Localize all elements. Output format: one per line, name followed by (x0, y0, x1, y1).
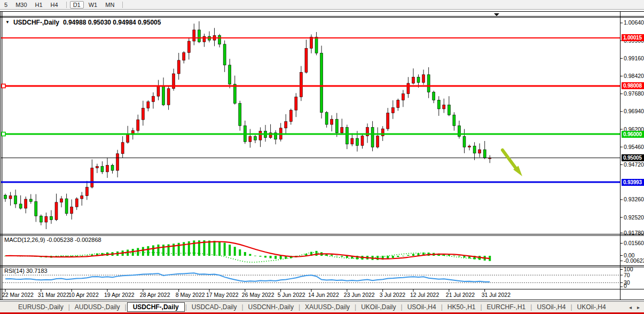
tab-separator: | (241, 303, 243, 311)
date-axis-label: 14 Jun 2022 (308, 292, 339, 298)
symbol-tab-ukoildaily[interactable]: UKOil-,Daily (357, 303, 400, 311)
tab-separator: | (299, 303, 300, 311)
timeframe-button-h1[interactable]: H1 (32, 1, 46, 9)
tab-separator: | (185, 303, 187, 311)
symbol-tab-bar: EURUSD-,Daily|AUDUSD-,Daily|USDCHF-,Dail… (0, 301, 644, 312)
timeframe-button-d1[interactable]: D1 (70, 1, 84, 9)
chart-canvas[interactable]: 1.006400.999000.991600.984200.976800.969… (0, 10, 644, 301)
hline-handle[interactable] (2, 132, 5, 136)
symbol-tab-usoilh4[interactable]: USOil-,H4 (403, 303, 441, 311)
price-tag: 1.00015 (622, 34, 644, 41)
price-tag: 0.95005 (622, 154, 644, 161)
svg-text:0: 0 (624, 282, 627, 289)
symbol-tab-usdchfdaily[interactable]: USDCHF-,Daily (127, 302, 185, 312)
svg-text:-0.00623: -0.00623 (624, 257, 644, 264)
timeframe-button-w1[interactable]: W1 (85, 1, 101, 9)
svg-text:0.94720: 0.94720 (624, 161, 644, 168)
svg-text:0.015605: 0.015605 (624, 240, 644, 246)
date-axis-label: 3 Jul 2022 (380, 292, 406, 298)
svg-text:1.00640: 1.00640 (624, 19, 644, 26)
price-tag: 0.96000 (622, 131, 644, 138)
svg-text:0.98420: 0.98420 (624, 73, 644, 79)
symbol-tab-usdcnhdaily[interactable]: USDCNH-,Daily (244, 303, 298, 311)
date-axis-label: 31 Jul 2022 (482, 292, 511, 298)
price-tag: 0.93993 (622, 179, 644, 186)
macd-signal-line (5, 241, 490, 258)
svg-text:0.97680: 0.97680 (624, 90, 644, 97)
rsi-line (5, 273, 490, 281)
symbol-tab-xauusddaily[interactable]: XAUUSD-,Daily (301, 303, 354, 311)
rsi-indicator-label: RSI(14) 30.7183 (4, 268, 48, 274)
symbol-tab-ukoilh4[interactable]: UKOil-,H4 (573, 303, 610, 311)
timeframe-button-mn[interactable]: MN (102, 1, 117, 9)
toolbar-separator (66, 2, 67, 8)
date-axis-label: 23 Jun 2022 (344, 292, 375, 298)
date-axis-label: 28 Apr 2022 (140, 292, 170, 298)
svg-text:70: 70 (624, 272, 630, 278)
tab-separator: | (570, 303, 572, 311)
tab-separator: | (530, 303, 532, 311)
tab-separator: | (441, 303, 443, 311)
chart-symbol-label: USDCHF-,Daily (13, 19, 59, 26)
symbol-dropdown-icon[interactable]: ▼ (5, 19, 10, 26)
date-axis-label: 10 Apr 2022 (68, 292, 99, 298)
svg-text:0.96940: 0.96940 (624, 108, 644, 114)
date-axis-label: 19 Apr 2022 (104, 292, 135, 298)
timeframe-button-h4[interactable]: H4 (48, 1, 61, 9)
svg-text:0.99160: 0.99160 (624, 55, 644, 61)
timeframe-button-5[interactable]: 5 (1, 1, 11, 9)
tab-separator: | (125, 303, 127, 311)
symbol-tab-eurchfh1[interactable]: EURCHF-,H1 (483, 303, 530, 311)
toolbar-separator (122, 2, 123, 8)
date-axis-label: 17 May 2022 (206, 292, 239, 298)
symbol-tab-usoilh4[interactable]: USOil-,H4 (532, 303, 570, 311)
macd-histogram (4, 240, 491, 261)
date-axis-label: 26 May 2022 (242, 292, 274, 298)
symbol-tab-audusddaily[interactable]: AUDUSD-,Daily (70, 303, 124, 311)
svg-text:0.95460: 0.95460 (624, 144, 644, 150)
symbol-tab-eurusddaily[interactable]: EURUSD-,Daily (14, 303, 68, 311)
date-axis-label: 5 Jun 2022 (278, 292, 305, 298)
tab-separator: | (355, 303, 356, 311)
symbol-tab-usdcaddaily[interactable]: USDCAD-,Daily (187, 303, 241, 311)
timeframe-toolbar: 5M30H1H4D1W1MN (0, 0, 644, 10)
timeframe-button-m30[interactable]: M30 (12, 1, 30, 9)
svg-text:0.93260: 0.93260 (624, 196, 644, 202)
symbol-tab-hk50h1[interactable]: HK50-,H1 (443, 303, 480, 311)
chart-title: ▼ USDCHF-,Daily 0.94988 0.95030 0.94984 … (5, 19, 161, 26)
tab-separator: | (68, 303, 70, 311)
svg-text:0.91780: 0.91780 (624, 230, 644, 236)
tab-scroll-right-icon[interactable]: ▸ (637, 304, 640, 310)
candles-group[interactable] (4, 21, 491, 229)
tab-scroll-arrows: ◂▸ (629, 304, 640, 310)
tab-separator: | (480, 303, 482, 311)
chart-shift-marker-icon[interactable] (494, 13, 499, 16)
date-axis-label: 12 Jul 2022 (410, 292, 439, 298)
date-axis-label: 21 Jul 2022 (446, 292, 475, 298)
date-axis-label: 31 Mar 2022 (38, 292, 69, 298)
macd-indicator-label: MACD(12,26,9) -0.005238 -0.002868 (4, 237, 101, 243)
tab-separator: | (401, 303, 403, 311)
trend-arrow-annotation[interactable] (502, 150, 522, 176)
tab-scroll-left-icon[interactable]: ◂ (629, 304, 632, 310)
hline-handle[interactable] (2, 84, 5, 88)
svg-text:0.92520: 0.92520 (624, 214, 644, 221)
date-axis-label: 8 May 2022 (176, 292, 205, 298)
date-axis-label: 22 Mar 2022 (2, 292, 34, 298)
chart-ohlc-values: 0.94988 0.95030 0.94984 0.95005 (63, 19, 161, 26)
price-tag: 0.98008 (622, 82, 644, 89)
